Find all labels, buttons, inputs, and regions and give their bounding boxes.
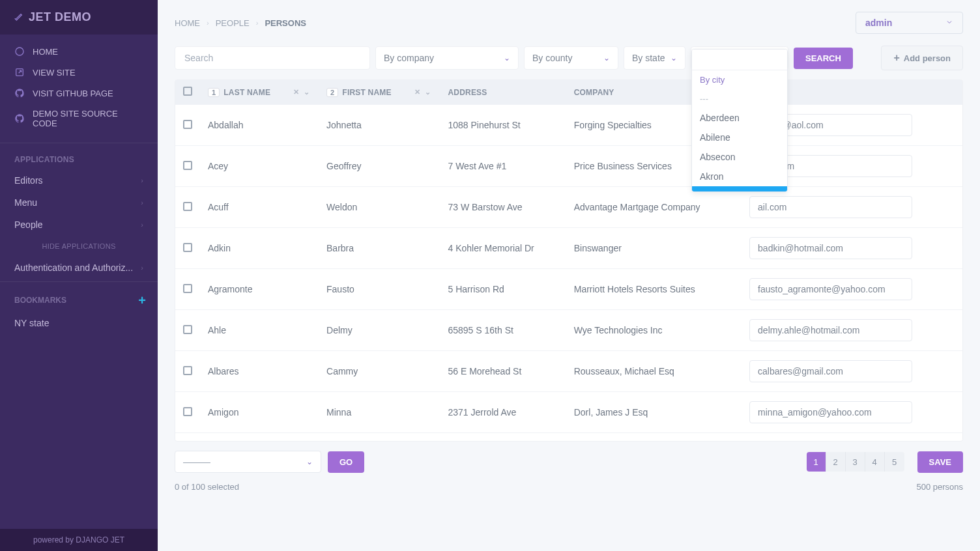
last-name-link[interactable]: Abdallah <box>200 105 319 146</box>
last-name-link[interactable]: Agramonte <box>200 269 319 310</box>
sidebar-item-menu[interactable]: Menu› <box>0 191 158 214</box>
bulk-action-select[interactable]: ——— ⌄ <box>175 451 321 473</box>
chevron-right-icon: › <box>141 177 143 184</box>
go-button[interactable]: GO <box>328 451 364 473</box>
row-checkbox[interactable] <box>183 120 192 129</box>
last-name-link[interactable]: Acuff <box>200 187 319 228</box>
table-row: AceyGeoffrey7 West Ave #1Price Business … <box>175 146 962 187</box>
sidebar-item-editors[interactable]: Editors› <box>0 169 158 191</box>
email-field[interactable] <box>749 237 912 259</box>
email-field[interactable] <box>749 401 912 423</box>
filter-county[interactable]: By county ⌄ <box>524 46 618 70</box>
breadcrumb-home[interactable]: HOME <box>175 18 200 28</box>
row-checkbox[interactable] <box>183 366 192 375</box>
main-content: HOME›PEOPLE›PERSONS admin By company ⌄ B… <box>158 0 980 551</box>
page-button[interactable]: 3 <box>846 452 865 472</box>
row-checkbox[interactable] <box>183 202 192 211</box>
select-all-checkbox[interactable] <box>183 87 192 96</box>
company-cell: Marriott Hotels Resorts Suites <box>566 269 742 310</box>
address-cell: 7 West Ave #1 <box>440 146 566 187</box>
add-person-button[interactable]: + Add person <box>881 46 963 70</box>
address-cell: 2371 Jerrold Ave <box>440 392 566 433</box>
add-bookmark-button[interactable]: + <box>138 294 146 307</box>
first-name-cell: Cammy <box>319 351 440 392</box>
city-dropdown-search[interactable] <box>692 49 787 70</box>
page-button[interactable]: 4 <box>865 452 885 472</box>
city-option[interactable]: Aberdeen <box>692 108 787 128</box>
last-name-link[interactable]: Ahle <box>200 310 319 351</box>
chevron-down-icon: ⌄ <box>670 53 677 63</box>
city-dropdown-clear[interactable]: --- <box>692 89 787 108</box>
sidebar-link-home[interactable]: HOME <box>0 41 158 62</box>
search-input[interactable] <box>175 46 370 70</box>
address-cell: 49 N Mays St <box>440 433 566 442</box>
col-address[interactable]: ADDRESS <box>440 80 566 105</box>
plus-icon: + <box>893 52 899 64</box>
chevron-down-icon: ⌄ <box>306 457 313 466</box>
first-name-cell: Jutta <box>319 433 440 442</box>
row-checkbox[interactable] <box>183 407 192 416</box>
sidebar-link-visit-github-page[interactable]: VISIT GITHUB PAGE <box>0 83 158 104</box>
bookmark-item[interactable]: NY state <box>0 312 158 334</box>
sort-first-name[interactable]: ✕ ⌄ <box>414 88 432 96</box>
email-field[interactable] <box>749 360 912 382</box>
search-button[interactable]: SEARCH <box>794 48 853 69</box>
table-container: 1LAST NAME✕ ⌄ 2FIRST NAME✕ ⌄ ADDRESS COM… <box>175 79 963 442</box>
row-checkbox[interactable] <box>183 325 192 334</box>
bookmarks-heading: BOOKMARKS <box>14 296 66 305</box>
sidebar-link-view-site[interactable]: VIEW SITE <box>0 62 158 83</box>
selected-count: 0 of 100 selected <box>175 482 239 492</box>
first-name-cell: Barbra <box>319 228 440 269</box>
footer-bar: ——— ⌄ GO 12345 SAVE <box>158 442 980 482</box>
company-cell: Dorl, James J Esq <box>566 392 742 433</box>
address-cell: 5 Harrison Rd <box>440 269 566 310</box>
save-button[interactable]: SAVE <box>917 451 963 473</box>
sort-last-name[interactable]: ✕ ⌄ <box>293 88 311 96</box>
row-checkbox[interactable] <box>183 284 192 293</box>
chevron-right-icon: › <box>207 19 209 27</box>
city-option[interactable]: Absecon <box>692 147 787 167</box>
table-row: AgramonteFausto5 Harrison RdMarriott Hot… <box>175 269 962 310</box>
user-dropdown[interactable]: admin <box>856 12 963 34</box>
city-option[interactable]: Abilene <box>692 128 787 147</box>
github-icon <box>14 113 25 124</box>
last-name-link[interactable]: Adkin <box>200 228 319 269</box>
last-name-link[interactable]: Albares <box>200 351 319 392</box>
col-last-name: 1LAST NAME✕ ⌄ <box>200 80 319 105</box>
first-name-cell: Weldon <box>319 187 440 228</box>
page-button[interactable]: 1 <box>807 452 826 472</box>
page-button[interactable]: 5 <box>885 452 904 472</box>
sidebar-header: JET DEMO <box>0 0 158 35</box>
city-option[interactable]: Albany <box>692 186 787 192</box>
city-dropdown-header: By city <box>692 70 787 89</box>
sidebar-item-authentication[interactable]: Authentication and Authoriz... › <box>0 257 158 279</box>
table-row: AcuffWeldon73 W Barstow AveAdvantage Mar… <box>175 187 962 228</box>
breadcrumb-people[interactable]: PEOPLE <box>216 18 250 28</box>
company-cell: Wye Technologies Inc <box>566 310 742 351</box>
row-checkbox[interactable] <box>183 243 192 252</box>
first-name-cell: Geoffrey <box>319 146 440 187</box>
last-name-link[interactable]: Amigon <box>200 392 319 433</box>
page-button[interactable]: 2 <box>826 452 846 472</box>
company-cell: National Medical Excess Corp <box>566 433 742 442</box>
city-option[interactable]: Akron <box>692 167 787 186</box>
filter-state[interactable]: By state ⌄ <box>624 46 685 70</box>
address-cell: 65895 S 16th St <box>440 310 566 351</box>
address-cell: 1088 Pinehurst St <box>440 105 566 146</box>
last-name-link[interactable]: Acey <box>200 146 319 187</box>
hide-applications[interactable]: HIDE APPLICATIONS <box>0 236 158 257</box>
github-icon <box>14 88 25 98</box>
last-name-link[interactable]: Amyot <box>200 433 319 442</box>
email-field[interactable] <box>749 319 912 341</box>
city-dropdown-panel: By city --- AberdeenAbileneAbseconAkronA… <box>691 49 788 192</box>
filter-city[interactable]: By city --- AberdeenAbileneAbseconAkronA… <box>691 46 788 70</box>
email-field[interactable] <box>749 278 912 300</box>
filter-company[interactable]: By company ⌄ <box>375 46 519 70</box>
sidebar-item-people[interactable]: People› <box>0 214 158 236</box>
chevron-down-icon: ⌄ <box>603 53 610 63</box>
sidebar-nav: HOMEVIEW SITEVISIT GITHUB PAGEDEMO SITE … <box>0 35 158 140</box>
sidebar-link-demo-site-source-code[interactable]: DEMO SITE SOURCE CODE <box>0 104 158 134</box>
address-cell: 4 Kohler Memorial Dr <box>440 228 566 269</box>
row-checkbox[interactable] <box>183 161 192 170</box>
email-field[interactable] <box>749 196 912 218</box>
